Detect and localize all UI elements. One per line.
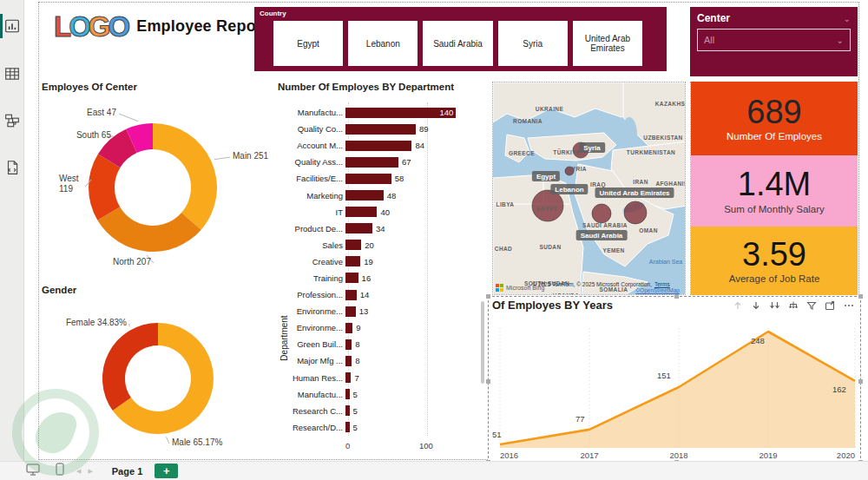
chevron-down-icon[interactable]: ⌄ [844, 14, 851, 23]
gender-donut-chart: Male 65.17%Female 34.83% [38, 283, 273, 462]
bar-account-m-[interactable] [345, 141, 411, 151]
bar-it[interactable] [345, 207, 377, 217]
area-chart-plot[interactable]: 201620172018201920205177151248162 [490, 309, 858, 462]
bar-category-label: Product De... [276, 224, 345, 233]
bar-rows: Manufactu...140Quality Co...89Account M.… [276, 104, 476, 436]
bar-facilities-e-[interactable] [345, 174, 391, 184]
svg-text:2017: 2017 [580, 450, 598, 460]
bar-value-label: 8 [355, 339, 359, 349]
bar-chart-scrollbar[interactable] [481, 301, 484, 384]
center-slicer-label: Center [697, 12, 730, 24]
center-donut-visual[interactable]: Employes Of Center Main 251North 207West… [38, 80, 273, 288]
bar-value-label: 9 [356, 323, 360, 332]
logo-letter: O [69, 10, 89, 43]
bar-row: Human Res...7 [276, 370, 476, 386]
bar-human-res-[interactable] [345, 372, 351, 383]
map-country-label: TÜRKIYE [553, 149, 580, 155]
country-option-lebanon[interactable]: Lebanon [348, 21, 418, 66]
mobile-layout-icon[interactable] [56, 463, 64, 479]
bar-major-mfg-[interactable] [345, 356, 352, 366]
donut-slice-main[interactable] [153, 123, 217, 230]
bar-manufactu-[interactable] [345, 389, 350, 399]
map-country-label: CHAD [495, 246, 512, 252]
page-tab[interactable]: Page 1 [112, 466, 142, 477]
resize-handle[interactable] [858, 294, 863, 299]
center-dropdown[interactable]: All ⌄ [697, 29, 851, 51]
model-view-icon[interactable] [4, 113, 20, 128]
map-country-label: UKRAINE [536, 106, 563, 112]
map-data-label-chip: Egypt [532, 171, 560, 181]
resize-handle[interactable] [486, 294, 490, 299]
bar-row: Research/D...5 [276, 419, 476, 436]
country-option-united-arab-emirates[interactable]: United Arab Emirates [573, 21, 642, 66]
bar-product-de-[interactable] [345, 223, 372, 233]
resize-handle[interactable] [858, 379, 863, 384]
map-data-label-chip: Saudi Arabia [576, 230, 628, 240]
map-country-label: SYRIA [568, 166, 587, 172]
donut-slice-female[interactable] [102, 323, 158, 411]
bar-category-label: Environme... [276, 323, 345, 332]
map-country-label: IRAN [633, 179, 648, 185]
country-option-saudi-arabia[interactable]: Saudi Arabia [423, 21, 492, 66]
terms-link[interactable]: Terms [654, 281, 670, 287]
logo-letter: L [54, 10, 69, 43]
bar-row: Sales20 [276, 237, 476, 253]
bar-creative[interactable] [345, 256, 360, 266]
bar-quality-ass-[interactable] [345, 157, 398, 168]
openstreetmap-link[interactable]: ©OpenStreetMap [635, 287, 680, 293]
resize-handle[interactable] [486, 379, 490, 384]
donut-label: West 119 [59, 174, 89, 194]
bar-value-label: 14 [360, 290, 370, 299]
bar-category-label: Training [276, 273, 345, 283]
country-option-egypt[interactable]: Egypt [273, 21, 343, 66]
bar-row: Manufactu...5 [276, 386, 476, 403]
map-country-label: UGANDA [553, 293, 580, 296]
bar-value-label: 7 [354, 373, 358, 383]
map-country-label: OMAN [639, 227, 657, 233]
donut-label: Female 34.83% [61, 318, 127, 328]
map-country-label: KAZAKHS [655, 101, 686, 107]
bar-value-label: 5 [353, 406, 358, 416]
years-area-visual[interactable]: Of Employes BY Years 2016201720182019202… [489, 297, 860, 462]
kpi-label: Average of Job Rate [729, 273, 820, 284]
kpi-value: 3.59 [742, 238, 806, 273]
bar-value-label: 67 [402, 157, 411, 167]
bar-category-label: Profession... [276, 290, 345, 299]
bar-category-label: Environme... [276, 306, 345, 316]
bar-green-buil-[interactable] [345, 339, 352, 350]
kpi-card-average-of-job-rate[interactable]: 3.59 Average of Job Rate [691, 227, 858, 295]
kpi-card-sum-of-monthly-salary[interactable]: 1.4M Sum of Monthly Salary [691, 155, 858, 227]
logo-letter: G [89, 10, 108, 43]
bar-environme-[interactable] [345, 306, 356, 317]
map-data-label-chip: Lebanon [550, 184, 588, 194]
bar-marketing[interactable] [345, 190, 384, 201]
bar-research-c-[interactable] [345, 405, 350, 416]
previous-page-icon[interactable]: ◀ [76, 468, 81, 475]
svg-text:2019: 2019 [759, 450, 777, 460]
gender-donut-visual[interactable]: Gender Male 65.17%Female 34.83% [38, 283, 273, 462]
desktop-layout-icon[interactable] [26, 464, 40, 479]
next-page-icon[interactable]: ▶ [88, 468, 92, 475]
bar-research-d-[interactable] [345, 422, 350, 432]
add-page-button[interactable]: + [155, 464, 178, 478]
bar-quality-co-[interactable] [345, 124, 416, 135]
bar-manufactu-[interactable]: 140 [345, 108, 456, 118]
kpi-value: 1.4M [738, 168, 811, 202]
resize-handle[interactable] [674, 294, 679, 299]
bar-value-label: 20 [365, 240, 374, 250]
bar-value-label: 58 [395, 174, 404, 183]
table-view-icon[interactable] [4, 66, 20, 82]
department-bar-visual[interactable]: Number Of Employes BY Department Departm… [276, 80, 488, 453]
bar-training[interactable] [345, 273, 358, 283]
bar-value-label: 34 [376, 224, 385, 233]
country-option-syria[interactable]: Syria [498, 21, 568, 66]
bar-environme-[interactable] [345, 323, 352, 333]
kpi-card-number-of-employes[interactable]: 689 Number Of Employes [691, 82, 858, 155]
map-visual[interactable]: UKRAINEROMANIAKAZAKHSGREECEUZBEKISTANTUR… [492, 82, 686, 295]
dax-query-view-icon[interactable] [4, 160, 20, 175]
report-view-icon[interactable] [4, 18, 20, 34]
bar-sales[interactable] [345, 240, 361, 250]
bar-row: Facilities/E...58 [276, 170, 476, 187]
bar-profession-[interactable] [345, 290, 357, 300]
map-country-label: Arabian Sea [649, 259, 683, 265]
